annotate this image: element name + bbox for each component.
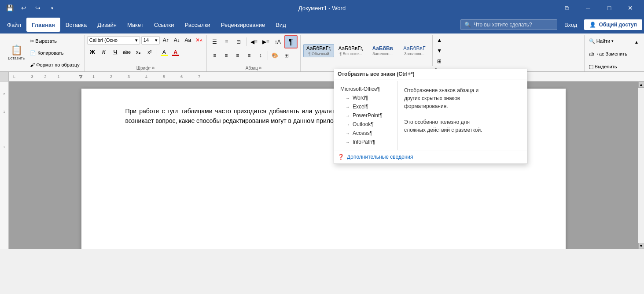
font-name-dropdown[interactable]: Calibri (Осно ▾ [87, 36, 140, 45]
tooltip-more-link[interactable]: ❓ Дополнительные сведения [334, 150, 527, 164]
font-shrink-button[interactable]: A↓ [172, 35, 182, 45]
tooltip-item-access-text: Access¶ [353, 130, 372, 136]
copy-button[interactable]: 📄 Копировать [28, 47, 81, 59]
multilevel-list-button[interactable]: ⊟ [233, 37, 244, 47]
ribbon-editing-section: 🔍 Найти ▾ ab→ac Заменить ⬚ Выделить Реда… [585, 35, 632, 71]
ribbon: 📋 Вставить ✂ Вырезать 📄 Копировать 🖌 Фор… [0, 33, 644, 72]
font-size-dropdown[interactable]: 14 ▾ [141, 36, 160, 45]
align-center-button[interactable]: ≡ [221, 51, 232, 60]
tooltip-desc-line1: Отображение знаков абзаца и [404, 87, 478, 93]
shading-button[interactable]: 🎨 [270, 51, 280, 60]
window-title: Документ1 - Word [298, 5, 346, 11]
justify-button[interactable]: ≡ [244, 51, 254, 60]
subscript-button[interactable]: x₂ [133, 47, 144, 57]
sort-button[interactable]: ↕A [272, 37, 283, 47]
signin-button[interactable]: Вход [561, 20, 581, 30]
restore-window-button[interactable]: ⧉ [557, 0, 577, 16]
bold-button[interactable]: Ж [87, 47, 98, 57]
tooltip-item-outlook[interactable]: → Outlook¶ [338, 120, 394, 129]
paragraph-expand-icon[interactable]: ⧉ [259, 66, 261, 71]
ruler-5: 5 [163, 74, 165, 79]
styles-content: АаБбВвГг, ¶ Обычный АаБбВвГг, ¶ Без инте… [303, 35, 581, 67]
menu-home[interactable]: Главная [26, 18, 60, 32]
collapse-ribbon-button[interactable]: ▲ [632, 37, 641, 47]
numbering-button[interactable]: ≡ [221, 37, 232, 47]
style-h1-preview: АаБбВв [370, 45, 395, 52]
style-heading2[interactable]: АаБбВвГ Заголово... [399, 44, 430, 57]
tooltip-body: Отобразить все знаки (Ctrl+*) Microsoft-… [334, 69, 527, 164]
minimize-button[interactable]: ─ [578, 0, 598, 16]
document-area[interactable]: При работе с гугл таблицами часто приход… [9, 82, 638, 249]
show-formatting-button[interactable]: ¶ [284, 35, 298, 48]
underline-button[interactable]: Ч [110, 47, 121, 57]
font-color-button[interactable]: А [170, 47, 181, 57]
tooltip-desc-line2: других скрытых знаков [404, 95, 460, 101]
save-button[interactable]: 💾 [4, 2, 16, 14]
tooltip-right: Отображение знаков абзаца и других скрыт… [398, 81, 527, 150]
select-button[interactable]: ⬚ Выделить [587, 61, 619, 72]
font-expand-icon[interactable]: ⧉ [152, 66, 155, 71]
paste-button[interactable]: 📋 Вставить [5, 44, 27, 62]
arrow-icon-pp: → [346, 113, 350, 118]
ribbon-collapse-area: ▲ [632, 35, 641, 71]
share-button[interactable]: 👤 Общий доступ [584, 19, 642, 30]
find-button[interactable]: 🔍 Найти ▾ [587, 35, 615, 47]
right-scrollbar[interactable]: ▲ ▼ [638, 82, 644, 249]
styles-up-button[interactable]: ▲ [434, 35, 444, 45]
tooltip-item-powerpoint[interactable]: → PowerPoint¶ [338, 111, 394, 120]
share-icon: 👤 [589, 22, 596, 28]
tooltip-item-infopath[interactable]: → InfoPath¶ [338, 138, 394, 146]
line-spacing-button[interactable]: ↕ [255, 51, 266, 60]
tooltip-item-word[interactable]: → Word¶ [338, 93, 394, 102]
style-normal[interactable]: АаБбВвГг, ¶ Обычный [303, 44, 335, 57]
menu-layout[interactable]: Макет [122, 18, 149, 32]
align-left-button[interactable]: ≡ [210, 51, 220, 60]
tooltip-item-excel[interactable]: → Excel¶ [338, 102, 394, 111]
scroll-up-button[interactable]: ▲ [638, 82, 644, 88]
tooltip-item-office[interactable]: Microsoft-Office¶ [338, 85, 394, 93]
borders-button[interactable]: ⊞ [281, 51, 292, 60]
undo-button[interactable]: ↩ [18, 2, 30, 14]
divider [246, 37, 247, 46]
menu-mailings[interactable]: Рассылки [179, 18, 215, 32]
ruler-6: 6 [180, 74, 183, 79]
tooltip-item-access[interactable]: → Access¶ [338, 129, 394, 138]
style-no-spacing[interactable]: АаБбВвГг, ¶ Без инте... [335, 44, 366, 57]
replace-icon: ab→ac [589, 51, 604, 56]
bullets-button[interactable]: ☰ [210, 37, 220, 47]
menu-references[interactable]: Ссылки [149, 18, 180, 32]
format-painter-button[interactable]: 🖌 Формат по образцу [28, 59, 81, 71]
style-h1-label: Заголово... [370, 52, 395, 56]
clear-format-button[interactable]: ✕A [194, 35, 204, 45]
style-heading1[interactable]: АаБбВв Заголово... [367, 44, 398, 57]
close-button[interactable]: ✕ [620, 0, 640, 16]
help-icon: ❓ [338, 154, 344, 160]
superscript-button[interactable]: x² [144, 47, 155, 57]
menu-review[interactable]: Рецензирование [216, 18, 270, 32]
scroll-down-button[interactable]: ▼ [638, 243, 644, 249]
font-name-arrow: ▾ [135, 37, 138, 43]
ruler-marker: ▽ [79, 74, 82, 79]
strikethrough-button[interactable]: abc [121, 47, 132, 57]
styles-down-button[interactable]: ▼ [434, 46, 444, 56]
quick-access-dropdown[interactable]: ▾ [46, 2, 58, 14]
menu-insert[interactable]: Вставка [60, 18, 92, 32]
maximize-button[interactable]: □ [599, 0, 619, 16]
ruler-1: 1 [92, 74, 95, 79]
styles-gallery: АаБбВвГг, ¶ Обычный АаБбВвГг, ¶ Без инте… [303, 44, 430, 57]
redo-button[interactable]: ↪ [32, 2, 44, 14]
change-case-button[interactable]: Аа [183, 35, 193, 45]
replace-button[interactable]: ab→ac Заменить [587, 48, 629, 60]
search-bar[interactable]: 🔍 Что вы хотите сделать? [460, 19, 557, 30]
decrease-indent-button[interactable]: ◀≡ [249, 37, 259, 47]
highlight-button[interactable]: А [159, 47, 169, 57]
italic-button[interactable]: К [99, 47, 109, 57]
align-right-button[interactable]: ≡ [232, 51, 243, 60]
increase-indent-button[interactable]: ▶≡ [261, 37, 271, 47]
menu-view[interactable]: Вид [270, 18, 291, 32]
cut-button[interactable]: ✂ Вырезать [28, 35, 81, 47]
menu-file[interactable]: Файл [2, 18, 26, 32]
menu-design[interactable]: Дизайн [92, 18, 122, 32]
styles-more-button[interactable]: ⊞ [434, 56, 444, 66]
font-grow-button[interactable]: A↑ [161, 35, 171, 45]
